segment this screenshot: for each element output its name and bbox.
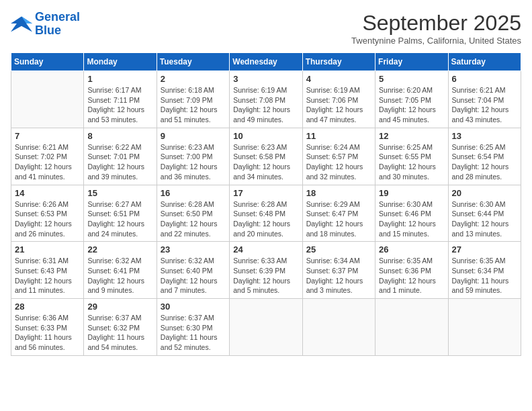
day-number: 21 [15, 244, 80, 255]
cell-info: Sunrise: 6:26 AMSunset: 6:53 PMDaylight:… [15, 199, 80, 239]
weekday-header-thursday: Thursday [302, 53, 375, 71]
location: Twentynine Palms, California, United Sta… [351, 36, 521, 46]
day-number: 23 [161, 244, 226, 255]
calendar-cell: 18Sunrise: 6:29 AMSunset: 6:47 PMDayligh… [302, 185, 375, 242]
calendar-cell: 11Sunrise: 6:24 AMSunset: 6:57 PMDayligh… [302, 128, 375, 185]
cell-info: Sunrise: 6:35 AMSunset: 6:34 PMDaylight:… [452, 256, 517, 295]
calendar-cell: 9Sunrise: 6:23 AMSunset: 7:00 PMDaylight… [157, 128, 229, 185]
calendar-header: SundayMondayTuesdayWednesdayThursdayFrid… [11, 53, 521, 71]
day-number: 1 [87, 74, 152, 84]
day-number: 4 [306, 74, 371, 84]
day-number: 16 [161, 188, 226, 198]
calendar-cell: 5Sunrise: 6:20 AMSunset: 7:05 PMDaylight… [375, 71, 448, 128]
calendar-week-4: 28Sunrise: 6:36 AMSunset: 6:33 PMDayligh… [11, 299, 521, 356]
day-number: 25 [306, 244, 371, 255]
calendar-cell: 12Sunrise: 6:25 AMSunset: 6:55 PMDayligh… [375, 128, 448, 185]
day-number: 24 [233, 244, 298, 255]
calendar-cell: 28Sunrise: 6:36 AMSunset: 6:33 PMDayligh… [11, 299, 84, 356]
calendar-cell: 29Sunrise: 6:37 AMSunset: 6:32 PMDayligh… [84, 299, 157, 356]
calendar-cell: 20Sunrise: 6:30 AMSunset: 6:44 PMDayligh… [448, 185, 521, 242]
calendar-cell: 3Sunrise: 6:19 AMSunset: 7:08 PMDaylight… [230, 71, 302, 128]
calendar-cell: 21Sunrise: 6:31 AMSunset: 6:43 PMDayligh… [11, 242, 84, 299]
calendar-week-2: 14Sunrise: 6:26 AMSunset: 6:53 PMDayligh… [11, 185, 521, 242]
calendar-body: 1Sunrise: 6:17 AMSunset: 7:11 PMDaylight… [11, 71, 521, 356]
cell-info: Sunrise: 6:17 AMSunset: 7:11 PMDaylight:… [87, 85, 152, 125]
calendar-cell: 7Sunrise: 6:21 AMSunset: 7:02 PMDaylight… [11, 128, 84, 185]
cell-info: Sunrise: 6:29 AMSunset: 6:47 PMDaylight:… [306, 199, 371, 239]
day-number: 28 [15, 302, 80, 312]
cell-info: Sunrise: 6:23 AMSunset: 7:00 PMDaylight:… [161, 142, 226, 182]
calendar-cell: 8Sunrise: 6:22 AMSunset: 7:01 PMDaylight… [84, 128, 157, 185]
weekday-header-sunday: Sunday [11, 53, 84, 71]
cell-info: Sunrise: 6:36 AMSunset: 6:33 PMDaylight:… [15, 313, 80, 353]
calendar-table: SundayMondayTuesdayWednesdayThursdayFrid… [11, 52, 521, 356]
cell-info: Sunrise: 6:19 AMSunset: 7:06 PMDaylight:… [306, 85, 371, 125]
calendar-cell: 19Sunrise: 6:30 AMSunset: 6:46 PMDayligh… [375, 185, 448, 242]
calendar-cell: 13Sunrise: 6:25 AMSunset: 6:54 PMDayligh… [448, 128, 521, 185]
logo-icon [11, 15, 32, 34]
day-number: 27 [452, 244, 517, 255]
month-title: September 2025 [351, 11, 521, 36]
calendar-cell: 25Sunrise: 6:34 AMSunset: 6:37 PMDayligh… [302, 242, 375, 299]
cell-info: Sunrise: 6:18 AMSunset: 7:09 PMDaylight:… [161, 85, 226, 125]
cell-info: Sunrise: 6:22 AMSunset: 7:01 PMDaylight:… [87, 142, 152, 182]
calendar-cell: 27Sunrise: 6:35 AMSunset: 6:34 PMDayligh… [448, 242, 521, 299]
cell-info: Sunrise: 6:28 AMSunset: 6:50 PMDaylight:… [161, 199, 226, 239]
cell-info: Sunrise: 6:37 AMSunset: 6:32 PMDaylight:… [87, 313, 152, 353]
day-number: 14 [15, 188, 80, 198]
calendar-cell [230, 299, 302, 356]
day-number: 26 [379, 244, 444, 255]
calendar-cell: 1Sunrise: 6:17 AMSunset: 7:11 PMDaylight… [84, 71, 157, 128]
calendar-week-3: 21Sunrise: 6:31 AMSunset: 6:43 PMDayligh… [11, 242, 521, 299]
calendar-cell: 14Sunrise: 6:26 AMSunset: 6:53 PMDayligh… [11, 185, 84, 242]
cell-info: Sunrise: 6:35 AMSunset: 6:36 PMDaylight:… [379, 256, 444, 295]
cell-info: Sunrise: 6:21 AMSunset: 7:02 PMDaylight:… [15, 142, 80, 182]
day-number: 29 [87, 302, 152, 312]
calendar-week-0: 1Sunrise: 6:17 AMSunset: 7:11 PMDaylight… [11, 71, 521, 128]
weekday-header-tuesday: Tuesday [157, 53, 229, 71]
page-header: General Blue September 2025 Twentynine P… [11, 11, 521, 46]
day-number: 12 [379, 131, 444, 141]
calendar-cell: 30Sunrise: 6:37 AMSunset: 6:30 PMDayligh… [157, 299, 229, 356]
weekday-header-wednesday: Wednesday [230, 53, 302, 71]
cell-info: Sunrise: 6:31 AMSunset: 6:43 PMDaylight:… [15, 256, 80, 295]
cell-info: Sunrise: 6:25 AMSunset: 6:55 PMDaylight:… [379, 142, 444, 182]
day-number: 7 [15, 131, 80, 141]
calendar-cell: 26Sunrise: 6:35 AMSunset: 6:36 PMDayligh… [375, 242, 448, 299]
cell-info: Sunrise: 6:28 AMSunset: 6:48 PMDaylight:… [233, 199, 298, 239]
cell-info: Sunrise: 6:30 AMSunset: 6:44 PMDaylight:… [452, 199, 517, 239]
cell-info: Sunrise: 6:34 AMSunset: 6:37 PMDaylight:… [306, 256, 371, 295]
title-block: September 2025 Twentynine Palms, Califor… [351, 11, 521, 46]
day-number: 6 [452, 74, 517, 84]
day-number: 30 [161, 302, 226, 312]
logo: General Blue [11, 11, 80, 38]
calendar-cell [375, 299, 448, 356]
day-number: 3 [233, 74, 298, 84]
cell-info: Sunrise: 6:21 AMSunset: 7:04 PMDaylight:… [452, 85, 517, 125]
calendar-cell: 6Sunrise: 6:21 AMSunset: 7:04 PMDaylight… [448, 71, 521, 128]
cell-info: Sunrise: 6:27 AMSunset: 6:51 PMDaylight:… [87, 199, 152, 239]
day-number: 8 [87, 131, 152, 141]
day-number: 10 [233, 131, 298, 141]
calendar-cell: 22Sunrise: 6:32 AMSunset: 6:41 PMDayligh… [84, 242, 157, 299]
cell-info: Sunrise: 6:20 AMSunset: 7:05 PMDaylight:… [379, 85, 444, 125]
day-number: 18 [306, 188, 371, 198]
logo-text: General Blue [35, 11, 80, 38]
day-number: 20 [452, 188, 517, 198]
calendar-cell: 15Sunrise: 6:27 AMSunset: 6:51 PMDayligh… [84, 185, 157, 242]
cell-info: Sunrise: 6:24 AMSunset: 6:57 PMDaylight:… [306, 142, 371, 182]
weekday-header-row: SundayMondayTuesdayWednesdayThursdayFrid… [11, 53, 521, 71]
day-number: 19 [379, 188, 444, 198]
weekday-header-monday: Monday [84, 53, 157, 71]
day-number: 17 [233, 188, 298, 198]
cell-info: Sunrise: 6:33 AMSunset: 6:39 PMDaylight:… [233, 256, 298, 295]
day-number: 15 [87, 188, 152, 198]
cell-info: Sunrise: 6:32 AMSunset: 6:41 PMDaylight:… [87, 256, 152, 295]
calendar-cell: 10Sunrise: 6:23 AMSunset: 6:58 PMDayligh… [230, 128, 302, 185]
calendar-cell: 2Sunrise: 6:18 AMSunset: 7:09 PMDaylight… [157, 71, 229, 128]
calendar-cell: 17Sunrise: 6:28 AMSunset: 6:48 PMDayligh… [230, 185, 302, 242]
cell-info: Sunrise: 6:32 AMSunset: 6:40 PMDaylight:… [161, 256, 226, 295]
cell-info: Sunrise: 6:30 AMSunset: 6:46 PMDaylight:… [379, 199, 444, 239]
day-number: 5 [379, 74, 444, 84]
cell-info: Sunrise: 6:37 AMSunset: 6:30 PMDaylight:… [161, 313, 226, 353]
